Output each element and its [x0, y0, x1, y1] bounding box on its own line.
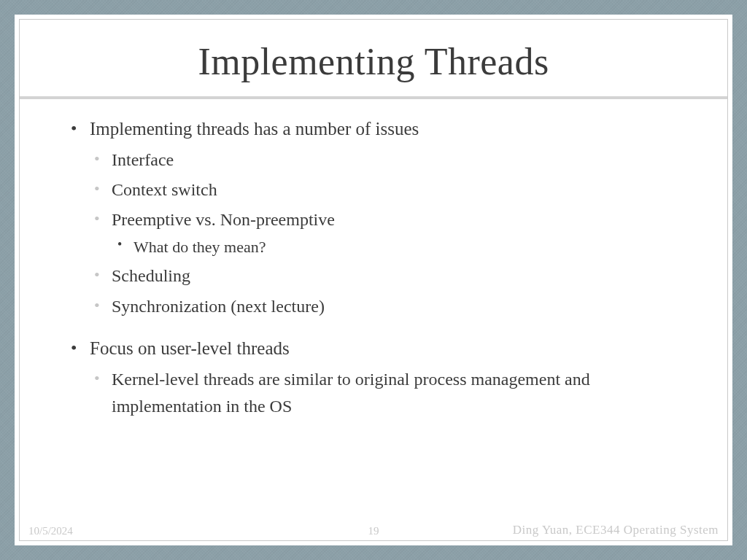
sub-bullet-item: Context switch	[90, 176, 684, 203]
title-box: Implementing Threads	[20, 20, 727, 96]
bullet-list: Focus on user-level threads Kernel-level…	[63, 335, 684, 420]
bullet-text: Preemptive vs. Non-preemptive	[112, 210, 335, 229]
sub-bullet-item: Preemptive vs. Non-preemptive What do th…	[90, 206, 684, 260]
footer-author: Ding Yuan, ECE344 Operating System	[513, 523, 719, 537]
slide-footer: 10/5/2024 19 Ding Yuan, ECE344 Operating…	[20, 523, 727, 537]
sub-bullet-list: Interface Context switch Preemptive vs. …	[90, 147, 684, 320]
slide-outer: Implementing Threads Implementing thread…	[15, 15, 732, 545]
bullet-text: Focus on user-level threads	[90, 338, 290, 358]
bullet-list: Implementing threads has a number of iss…	[63, 115, 684, 320]
bullet-text: Implementing threads has a number of iss…	[90, 119, 419, 139]
bullet-text: Kernel-level threads are similar to orig…	[112, 370, 590, 416]
bullet-text: Interface	[112, 150, 174, 169]
footer-page-number: 19	[368, 525, 379, 537]
sub-bullet-list: Kernel-level threads are similar to orig…	[90, 366, 684, 420]
sub-bullet-item: Synchronization (next lecture)	[90, 293, 684, 320]
sub-bullet-item: Interface	[90, 147, 684, 174]
bullet-item: Implementing threads has a number of iss…	[63, 115, 684, 320]
footer-date: 10/5/2024	[28, 525, 73, 537]
spacer	[63, 324, 684, 335]
slide-content: Implementing threads has a number of iss…	[20, 99, 727, 424]
bullet-text: Context switch	[112, 180, 217, 199]
bullet-text: Synchronization (next lecture)	[112, 297, 325, 316]
subsub-bullet-list: What do they mean?	[112, 235, 684, 260]
bullet-text: Scheduling	[112, 266, 190, 285]
sub-bullet-item: Kernel-level threads are similar to orig…	[90, 366, 684, 420]
bullet-text: What do they mean?	[133, 238, 266, 256]
slide-title: Implementing Threads	[34, 40, 713, 83]
slide-inner: Implementing Threads Implementing thread…	[19, 19, 728, 541]
bullet-item: Focus on user-level threads Kernel-level…	[63, 335, 684, 420]
subsub-bullet-item: What do they mean?	[112, 235, 684, 260]
sub-bullet-item: Scheduling	[90, 262, 684, 289]
